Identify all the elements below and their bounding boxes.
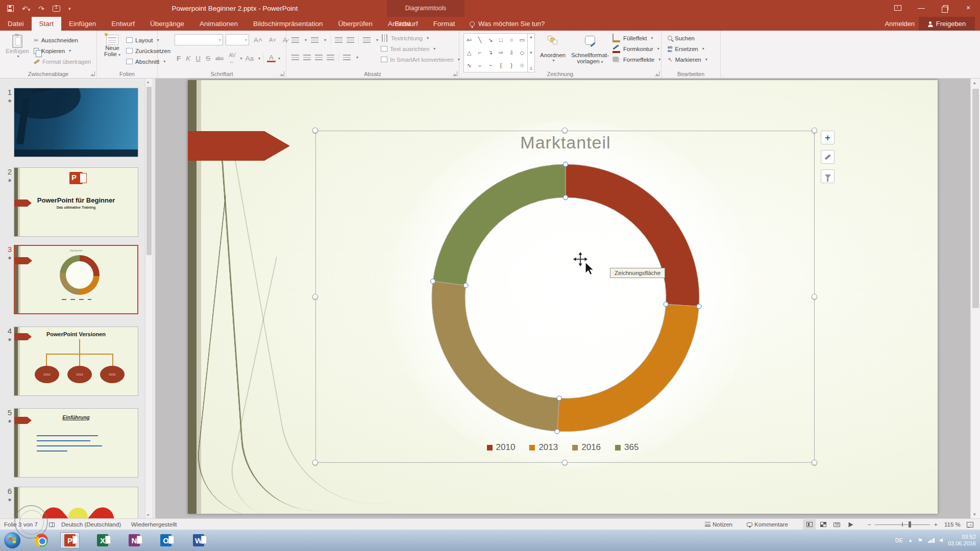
view-normal-button[interactable] [803,519,816,530]
chart-filter-button[interactable] [821,169,835,183]
dialog-launcher-icon[interactable] [280,71,284,76]
plot-area-handle[interactable] [697,304,701,309]
scroll-down-icon[interactable]: ▾ [973,512,976,517]
minimize-button[interactable]: — [910,0,933,15]
replace-button[interactable]: abacErsetzen▾ [668,43,707,54]
plot-area-handle[interactable] [557,396,561,400]
speaker-icon[interactable] [940,538,943,542]
character-spacing-button[interactable]: AV↔ [227,52,237,64]
show-hidden-icons-icon[interactable]: ▲ [908,538,913,543]
arrange-button[interactable]: Anordnen▾ [537,36,569,63]
align-text-button[interactable]: Text ausrichten▾ [381,43,460,54]
dialog-launcher-icon[interactable] [655,71,659,76]
keyboard-language-indicator[interactable]: DE [895,537,903,543]
decrease-indent-icon[interactable] [335,37,342,43]
main-vertical-scrollbar[interactable]: ▴ ▾ [970,79,980,518]
comments-button[interactable]: Kommentare [747,519,788,530]
align-left-icon[interactable] [291,55,299,60]
copy-button[interactable]: Kopieren▾ [34,45,91,56]
shadow-abc-button[interactable]: abc [213,56,226,61]
plot-area-handle[interactable] [431,279,435,284]
customize-qat-icon[interactable]: ▾ [68,6,71,11]
windows-start-button[interactable] [4,532,20,548]
tab-datei[interactable]: Datei [0,17,32,31]
tab-diagramm-entwurf[interactable]: Entwurf [387,17,426,31]
align-center-icon[interactable] [303,55,311,60]
tab-uebergaenge[interactable]: Übergänge [142,17,192,31]
slide-thumbnail-4[interactable]: PowerPoint Versionen 2010 2013 2016 [14,327,138,396]
taskbar-clock[interactable]: 03:52 03.06.2016 [948,534,976,547]
donut-segment-2013[interactable] [557,304,699,432]
triangle-shape-icon[interactable]: △ [464,46,475,59]
taskbar-onenote-icon[interactable]: N [125,532,144,548]
plot-area-handle[interactable] [555,429,559,434]
tab-start[interactable]: Start [32,17,62,31]
format-painter-button[interactable]: Format übertragen [34,56,91,67]
proofing-icon[interactable] [49,519,55,530]
main-scrollbar-thumb[interactable] [972,89,979,308]
change-case-button[interactable]: Aa [243,55,256,62]
zoom-slider-thumb[interactable] [909,521,911,528]
taskbar-outlook-icon[interactable]: O [156,532,176,548]
plot-area-handle[interactable] [664,302,668,307]
view-sorter-button[interactable] [817,519,829,530]
close-button[interactable]: × [957,0,980,15]
dialog-launcher-icon[interactable] [90,71,95,76]
paste-button[interactable]: Einfügen▾ [4,35,31,59]
panel-scrollbar-thumb[interactable] [146,87,152,255]
notes-button[interactable]: Notizen [705,519,732,530]
dialog-launcher-icon[interactable] [453,71,457,76]
callout-shape-icon[interactable]: ◇ [517,46,527,59]
tab-bildschirmpraesentation[interactable]: Bildschirmpräsentation [246,17,331,31]
shapes-gallery-scroll[interactable]: ▲ ▼ ⊻ [528,33,535,72]
save-icon[interactable] [7,5,14,12]
donut-segment-2016[interactable] [432,281,559,431]
plot-area-handle[interactable] [564,195,568,200]
scroll-up-icon[interactable]: ▴ [147,80,149,84]
tab-diagramm-format[interactable]: Format [426,17,463,31]
redo-icon[interactable]: ↷ [38,5,44,13]
gallery-up-icon[interactable]: ▲ [529,35,533,39]
font-size-combo[interactable]: ▾ [226,34,249,45]
network-icon[interactable] [928,538,935,543]
decrease-font-icon[interactable]: A˅ [267,37,278,43]
fit-to-window-button[interactable] [967,519,973,530]
scribble-shape-icon[interactable]: ∿ [464,59,475,72]
right-arrow-shape-icon[interactable]: ⇨ [496,46,506,59]
line-spacing-icon[interactable] [363,37,371,43]
scroll-down-icon[interactable]: ▾ [147,513,149,517]
right-brace-shape-icon[interactable]: } [506,59,517,72]
down-arrow-shape-icon[interactable]: ⇩ [506,46,517,59]
arc-shape-icon[interactable]: ⌣ [475,59,485,72]
slide-thumbnail-1[interactable] [14,88,138,157]
panel-scrollbar[interactable]: ▴ ▾ [145,79,152,518]
zoom-out-button[interactable]: − [868,519,871,530]
bold-button[interactable]: F [175,55,183,62]
slide-editing-area[interactable]: Marktanteil Zeichnungsfläche 2010 2013 2… [188,80,938,514]
slide-thumbnail-2[interactable]: P PowerPoint für Beginner Das ultimative… [14,167,138,237]
find-button[interactable]: Suchen [668,33,707,43]
tab-einfuegen[interactable]: Einfügen [61,17,104,31]
zoom-level[interactable]: 115 % [944,519,961,530]
convert-smartart-button[interactable]: In SmartArt konvertieren▾ [381,54,460,65]
oval-shape-icon[interactable]: ○ [506,34,517,46]
font-color-button[interactable]: A [267,54,276,62]
numbering-icon[interactable] [311,37,318,43]
share-button[interactable]: Freigeben [919,17,975,31]
donut-segment-365[interactable] [433,164,566,285]
increase-indent-icon[interactable] [347,37,354,43]
curve-shape-icon[interactable]: ~ [485,59,496,72]
tell-me-box[interactable]: Was möchten Sie tun? [470,17,545,31]
select-button[interactable]: ↖Markieren▾ [668,54,707,65]
legend-item[interactable]: 365 [615,442,639,453]
new-slide-button[interactable]: Neue Folie▾ [100,35,125,57]
ribbon-display-options-button[interactable] [886,0,910,15]
sign-in-button[interactable]: Anmelden [885,17,915,31]
plot-area-handle[interactable] [564,162,568,167]
slide-thumbnail-3-selected[interactable]: Marktanteil [14,245,138,314]
elbow-shape-icon[interactable]: ⌐ [475,46,485,59]
zoom-in-button[interactable]: + [934,519,938,530]
donut-segment-2010[interactable] [566,164,699,306]
tab-ueberpruefen[interactable]: Überprüfen [331,17,381,31]
chart-styles-button[interactable] [821,150,835,164]
